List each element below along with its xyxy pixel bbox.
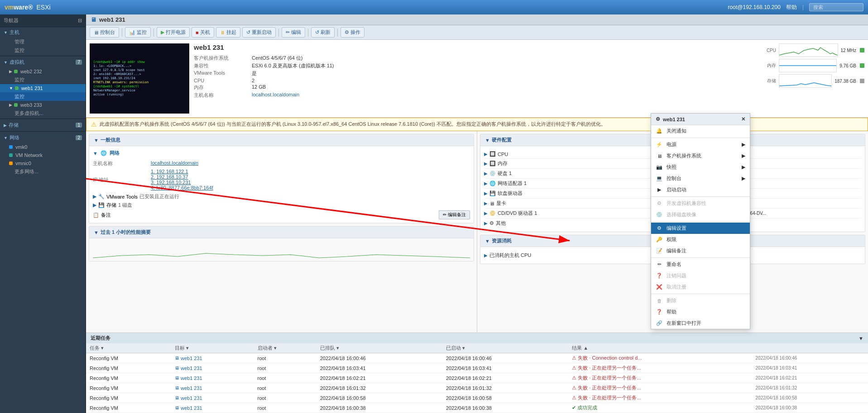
hostname-link[interactable]: localhost.localdomain xyxy=(252,92,299,97)
hostname-link-2[interactable]: localhost.localdomain xyxy=(151,160,198,166)
edit-button[interactable]: ✏ 编辑 xyxy=(282,27,305,38)
ctx-item-编辑设置[interactable]: ⚙编辑设置 xyxy=(651,223,750,234)
tasks-toggle[interactable]: ▼ xyxy=(858,336,863,341)
help-link[interactable]: 帮助 xyxy=(786,4,797,11)
sidebar-item-web3[interactable]: ▶ web3 233 xyxy=(0,101,86,109)
sidebar-item-web1[interactable]: ▼ web1 231 xyxy=(0,84,86,92)
ctx-arrow-icon: ▶ xyxy=(742,153,745,159)
ctx-close-icon[interactable]: ✕ xyxy=(741,116,745,122)
cdrom-expand[interactable]: ▶ xyxy=(484,211,488,216)
restart-button[interactable]: ↺ 重新启动 xyxy=(242,27,276,38)
ctx-item-电源[interactable]: ⚡电源▶ xyxy=(651,139,750,150)
suspend-button[interactable]: ⏸ 挂起 xyxy=(216,27,240,38)
cpu-perf-chart xyxy=(779,43,838,57)
sidebar-web2-monitor[interactable]: 监控 xyxy=(0,76,86,84)
general-info-header[interactable]: ▼ 一般信息 xyxy=(89,134,474,146)
sidebar-vmk0[interactable]: vmk0 xyxy=(0,143,86,151)
console-button[interactable]: 🖥 控制台 xyxy=(90,27,119,38)
sidebar-vmnic0[interactable]: vmnic0 xyxy=(0,159,86,167)
target-link[interactable]: 🖥web1 231 xyxy=(175,395,250,401)
cdrom-name: 📀CD/DVD 驱动器 1 xyxy=(489,210,676,217)
table-row: Reconfig VM 🖥web1 231 root 2022/04/18 16… xyxy=(86,363,868,373)
hostname-value: localhost.localdomain xyxy=(252,92,747,99)
sidebar-web1-monitor[interactable]: 监控 xyxy=(0,92,86,101)
ip1[interactable]: 1. 192.168.122.1 xyxy=(151,169,188,174)
context-menu: ⚙ web1 231 ✕ 🔔关闭通知⚡电源▶🖥客户机操作系统▶📷快照▶💻控制台▶… xyxy=(651,113,750,329)
ctx-item-关闭通知[interactable]: 🔔关闭通知 xyxy=(651,125,750,137)
res-cpu-expand[interactable]: ▶ xyxy=(484,253,488,258)
sidebar-more-networks[interactable]: 更多网络... xyxy=(0,167,86,176)
target-link[interactable]: 🖥web1 231 xyxy=(175,385,250,391)
ip3[interactable]: 3. 192.168.10.231 xyxy=(151,180,191,185)
web1-label: web1 231 xyxy=(21,85,43,91)
sidebar-network-group[interactable]: ▼ 网络 2 xyxy=(0,133,86,143)
sidebar-item-web2[interactable]: ▶ web2 232 xyxy=(0,67,86,76)
vmware-tools-value: 已安装且正在运行 xyxy=(139,193,179,200)
sidebar-host-manage[interactable]: 管理 xyxy=(0,38,86,46)
power-on-button[interactable]: ▶ 打开电源 xyxy=(157,27,190,38)
storage-perf-value: 187.38 GB xyxy=(834,79,856,84)
ctx-item-客户机操作系统[interactable]: 🖥客户机操作系统▶ xyxy=(651,150,750,161)
task-name: Reconfig VM xyxy=(86,393,171,403)
ctx-item-快照[interactable]: 📷快照▶ xyxy=(651,161,750,173)
sidebar-vm-network[interactable]: VM Network xyxy=(0,151,86,159)
mem-label: 内存 xyxy=(194,84,248,91)
restart-icon: ↺ xyxy=(246,29,250,35)
sidebar-storage-section: ▶ 存储 1 xyxy=(0,120,86,130)
search-input[interactable] xyxy=(809,3,863,11)
video-expand[interactable]: ▶ xyxy=(484,201,488,206)
sidebar-more-vms[interactable]: 更多虚拟机... xyxy=(0,109,86,118)
mem-perf-label: 内存 xyxy=(751,62,776,69)
perf-expand-icon: ▼ xyxy=(94,230,99,235)
ctx-item-label: 权限 xyxy=(667,236,676,243)
refresh-button[interactable]: ↺ 刷新 xyxy=(311,27,335,38)
mem-expand[interactable]: ▶ xyxy=(484,161,488,166)
sidebar-storage-group[interactable]: ▶ 存储 1 xyxy=(0,120,86,130)
perf-summary-header[interactable]: ▼ 过去 1 小时的性能摘要 xyxy=(89,227,474,238)
main-layout: 导航器 ⊟ ▼ 主机 管理 监控 ▼ 虚拟机 7 ▶ web2 232 xyxy=(0,14,868,413)
hw-expand-icon: ▼ xyxy=(485,138,490,143)
actions-button[interactable]: ⚙ 操作 xyxy=(340,27,364,38)
ctx-item-开发虚拟机兼容性: ⚙开发虚拟机兼容性 xyxy=(651,198,750,209)
vm-performance: CPU 12 MHz 内存 xyxy=(751,43,864,114)
vmware-tools-expand: ▶ xyxy=(93,194,96,199)
res-label: 资源消耗 xyxy=(492,237,512,244)
sidebar-host-monitor[interactable]: 监控 xyxy=(0,46,86,55)
sidebar: 导航器 ⊟ ▼ 主机 管理 监控 ▼ 虚拟机 7 ▶ web2 232 xyxy=(0,14,86,413)
ctx-item-权限[interactable]: 🔑权限 xyxy=(651,234,750,245)
cdrom-icon: 📀 xyxy=(489,210,496,216)
power-off-button[interactable]: ■ 关机 xyxy=(192,27,214,38)
ctx-item-重命名[interactable]: ✏重命名 xyxy=(651,259,750,270)
vm-summary: [root@web1 ~]# ip addr show 1: lo: <LOOP… xyxy=(86,40,868,118)
ctx-item-label: 关闭通知 xyxy=(667,128,686,134)
ctx-item-在新窗口中打开[interactable]: 🔗在新窗口中打开 xyxy=(651,318,750,329)
ip4[interactable]: 4. fe80::8877:66e:8bb7:164f xyxy=(151,185,213,190)
disk-expand[interactable]: ▶ xyxy=(484,171,488,176)
ctx-item-启动启动[interactable]: ▶启动启动 xyxy=(651,184,750,195)
nic-expand[interactable]: ▶ xyxy=(484,181,488,186)
tasks-tbody: Reconfig VM 🖥web1 231 root 2022/04/18 16… xyxy=(86,353,868,413)
ctx-item-控制台[interactable]: 💻控制台▶ xyxy=(651,173,750,184)
target-link[interactable]: 🖥web1 231 xyxy=(175,356,250,361)
edit-notes-button[interactable]: ✏ 编辑备注 xyxy=(439,210,470,219)
warning-text: 此虚拟机配置的客户机操作系统 (CentOS 4/5/6/7 (64 位)) 与… xyxy=(100,121,606,128)
vm-screenshot[interactable]: [root@web1 ~]# ip addr show 1: lo: <LOOP… xyxy=(90,43,189,114)
ip2[interactable]: 2. 192.168.10.37 xyxy=(151,174,188,180)
ctx-item-label: 电源 xyxy=(667,141,676,148)
cpu-expand[interactable]: ▶ xyxy=(484,152,488,157)
topbar-right: root@192.168.10.200 帮助 | xyxy=(728,3,863,11)
sidebar-collapse-icon[interactable]: ⊟ xyxy=(78,18,82,24)
ctx-item-帮助[interactable]: ❓帮助 xyxy=(651,306,750,318)
target-link[interactable]: 🖥web1 231 xyxy=(175,405,250,411)
sidebar-host-group[interactable]: ▼ 主机 xyxy=(0,27,86,38)
monitor-button[interactable]: 📊 监控 xyxy=(125,27,151,38)
target-link[interactable]: 🖥web1 231 xyxy=(175,375,250,381)
floppy-expand[interactable]: ▶ xyxy=(484,191,488,196)
cpu-perf-label: CPU xyxy=(751,48,776,53)
mem-perf-chart xyxy=(779,59,837,72)
user-info[interactable]: root@192.168.10.200 xyxy=(728,4,781,10)
sidebar-vm-group[interactable]: ▼ 虚拟机 7 xyxy=(0,57,86,67)
other-expand[interactable]: ▶ xyxy=(484,221,488,226)
ctx-item-编辑备注[interactable]: 📝编辑备注 xyxy=(651,245,750,256)
target-link[interactable]: 🖥web1 231 xyxy=(175,366,250,371)
